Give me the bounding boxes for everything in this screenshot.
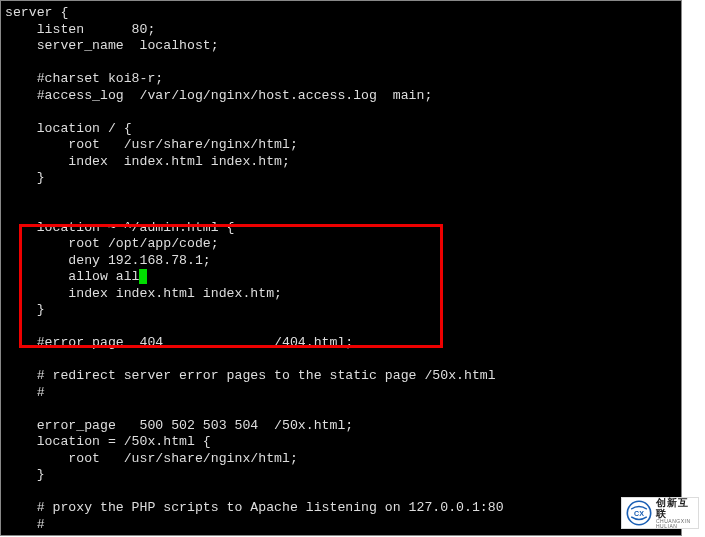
code-line: root /opt/app/code; <box>5 236 219 251</box>
brand-name-cn: 创新互联 <box>656 497 694 519</box>
watermark-badge: CX 创新互联 CHUANGXIN HULIAN <box>621 497 699 529</box>
code-line: # <box>5 385 45 400</box>
nginx-config-code: server { listen 80; server_name localhos… <box>5 5 681 533</box>
code-line: location / { <box>5 121 132 136</box>
code-line: # <box>5 517 45 532</box>
code-line: root /usr/share/nginx/html; <box>5 137 298 152</box>
code-line: #charset koi8-r; <box>5 71 163 86</box>
code-line: #error_page 404 /404.html; <box>5 335 353 350</box>
code-line: #access_log /var/log/nginx/host.access.l… <box>5 88 432 103</box>
code-line: deny 192.168.78.1; <box>5 253 211 268</box>
brand-logo-icon: CX <box>626 500 652 526</box>
brand-name-en: CHUANGXIN HULIAN <box>656 519 694 530</box>
code-line: location ~ ^/admin.html { <box>5 220 235 235</box>
code-line: location = /50x.html { <box>5 434 211 449</box>
code-line: # redirect server error pages to the sta… <box>5 368 496 383</box>
code-line: } <box>5 467 45 482</box>
code-line: index index.html index.htm; <box>5 286 282 301</box>
code-line: server_name localhost; <box>5 38 219 53</box>
code-line: root /usr/share/nginx/html; <box>5 451 298 466</box>
code-line: # proxy the PHP scripts to Apache listen… <box>5 500 504 515</box>
terminal-window: server { listen 80; server_name localhos… <box>0 0 682 536</box>
code-line: server { <box>5 5 68 20</box>
code-line: error_page 500 502 503 504 /50x.html; <box>5 418 353 433</box>
code-line: index index.html index.htm; <box>5 154 290 169</box>
code-line: } <box>5 170 45 185</box>
code-line: allow all <box>5 269 140 284</box>
svg-text:CX: CX <box>634 510 644 518</box>
brand-text: 创新互联 CHUANGXIN HULIAN <box>656 497 694 530</box>
cursor-icon <box>139 269 147 284</box>
code-line: } <box>5 302 45 317</box>
code-line: listen 80; <box>5 22 155 37</box>
